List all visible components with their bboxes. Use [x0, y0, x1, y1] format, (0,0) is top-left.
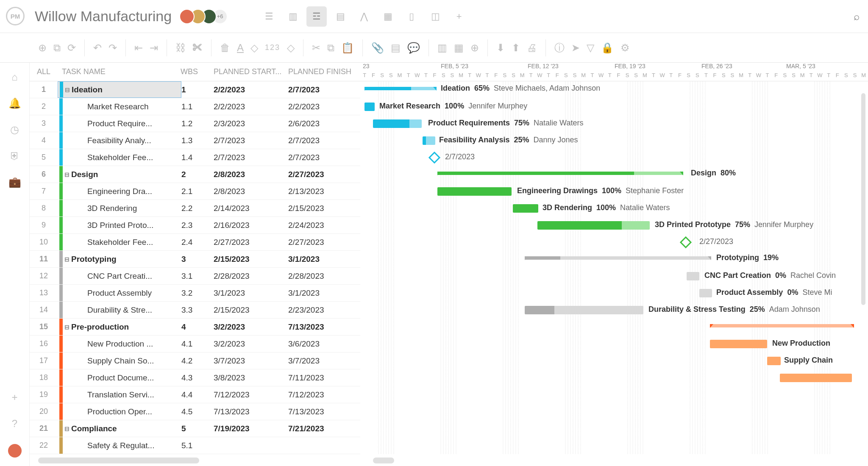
task-row[interactable]: 19 Translation Servi... 4.4 7/12/2023 7/…: [30, 386, 360, 403]
team-icon[interactable]: ⛨: [10, 150, 20, 162]
task-row[interactable]: 1 ⊟Ideation 1 2/2/2023 2/7/2023: [30, 81, 360, 98]
collapse-icon[interactable]: ⊟: [63, 256, 71, 263]
tag-icon[interactable]: ◇: [250, 42, 258, 54]
task-row[interactable]: 20 Production Oper... 4.5 7/13/2023 7/13…: [30, 403, 360, 420]
redo-icon[interactable]: ↷: [108, 42, 117, 54]
columns-icon[interactable]: ▥: [437, 42, 447, 54]
col-all[interactable]: ALL: [30, 67, 58, 76]
print-icon[interactable]: 🖨: [527, 42, 537, 54]
attach-icon[interactable]: 📎: [371, 42, 384, 54]
gantt[interactable]: 23 FEB, 5 '23FEB, 12 '23FEB, 19 '23FEB, …: [360, 63, 868, 466]
text-color-icon[interactable]: A: [237, 42, 244, 54]
wbs: 4.5: [181, 407, 214, 416]
undo-icon[interactable]: ↶: [93, 42, 102, 54]
hscroll2-handle[interactable]: [373, 458, 394, 463]
month-label: FEB, 19 '23: [615, 63, 645, 69]
view-workload-icon[interactable]: ⋀: [354, 6, 374, 27]
paste-icon[interactable]: 📋: [341, 42, 354, 54]
task-row[interactable]: 7 Engineering Dra... 2.1 2/8/2023 2/13/2…: [30, 183, 360, 200]
bell-icon[interactable]: 🔔: [8, 97, 21, 109]
view-gantt-icon[interactable]: ☲: [306, 6, 327, 27]
view-sheet-icon[interactable]: ▤: [330, 6, 351, 27]
delete-icon[interactable]: 🗑: [220, 42, 230, 54]
collapse-icon[interactable]: ⊟: [63, 171, 71, 178]
wbs: 2: [181, 170, 214, 179]
task-row[interactable]: 8 3D Rendering 2.2 2/14/2023 2/15/2023: [30, 200, 360, 217]
col-start[interactable]: PLANNED START...: [214, 67, 288, 76]
col-name[interactable]: TASK NAME: [58, 67, 181, 76]
task-row[interactable]: 2 Market Research 1.1 2/2/2023 2/2/2023: [30, 98, 360, 115]
task-row[interactable]: 13 Product Assembly 3.2 3/1/2023 3/1/202…: [30, 285, 360, 302]
filter-icon[interactable]: ▽: [587, 42, 594, 54]
task-row[interactable]: 11 ⊟Prototyping 3 2/15/2023 3/1/2023: [30, 251, 360, 268]
assign-icon[interactable]: ⧉: [53, 42, 61, 54]
task-row[interactable]: 5 Stakeholder Fee... 1.4 2/7/2023 2/7/20…: [30, 149, 360, 166]
logo[interactable]: PM: [6, 7, 25, 25]
zoom-icon[interactable]: ⊕: [470, 42, 479, 54]
collapse-icon[interactable]: ⊟: [63, 425, 71, 432]
search-icon[interactable]: ⌕: [854, 11, 860, 22]
task-row[interactable]: 15 ⊟Pre-production 4 3/2/2023 7/13/2023: [30, 319, 360, 336]
indent-icon[interactable]: ⇥: [150, 42, 158, 54]
number-format-icon[interactable]: 123: [265, 43, 280, 52]
add-icon[interactable]: +: [11, 391, 17, 403]
help-icon[interactable]: ?: [12, 418, 17, 430]
day-label: F: [614, 72, 623, 81]
outdent-icon[interactable]: ⇤: [134, 42, 143, 54]
comment-icon[interactable]: 💬: [407, 42, 420, 54]
col-wbs[interactable]: WBS: [181, 67, 214, 76]
day-label: S: [684, 72, 693, 81]
task-row[interactable]: 12 CNC Part Creati... 3.1 2/28/2023 2/28…: [30, 268, 360, 285]
user-avatar[interactable]: [8, 444, 22, 458]
view-board-icon[interactable]: ▥: [283, 6, 303, 27]
day-label: M: [579, 72, 588, 81]
lock-icon[interactable]: 🔒: [601, 42, 614, 54]
info-icon[interactable]: ⓘ: [554, 41, 565, 55]
cut-icon[interactable]: ✂: [312, 42, 320, 54]
view-dashboard-icon[interactable]: ◫: [425, 6, 445, 27]
milestone-icon[interactable]: ◇: [287, 42, 295, 54]
collapse-icon[interactable]: ⊟: [63, 86, 72, 93]
view-list-icon[interactable]: ☰: [259, 6, 279, 27]
refresh-icon[interactable]: ⟳: [67, 42, 76, 54]
view-calendar-icon[interactable]: ▦: [378, 6, 398, 27]
avatar-stack[interactable]: +6: [184, 9, 228, 24]
collapse-icon[interactable]: ⊟: [63, 324, 71, 330]
task-name: Market Research: [87, 102, 181, 111]
task-row[interactable]: 14 Durability & Stre... 3.3 2/15/2023 2/…: [30, 302, 360, 319]
link-icon[interactable]: ⛓: [175, 42, 186, 54]
view-add-icon[interactable]: +: [449, 6, 469, 27]
task-row[interactable]: 17 Supply Chain So... 4.2 3/7/2023 3/7/2…: [30, 352, 360, 369]
add-task-icon[interactable]: ⊕: [38, 42, 47, 54]
row-index: 8: [30, 204, 58, 213]
view-doc-icon[interactable]: ▯: [401, 6, 422, 27]
settings-icon[interactable]: ⚙: [620, 42, 630, 54]
home-icon[interactable]: ⌂: [11, 71, 18, 83]
vscroll-handle[interactable]: [861, 93, 865, 305]
task-row[interactable]: 16 New Production ... 4.1 3/2/2023 3/6/2…: [30, 336, 360, 352]
day-label: S: [851, 72, 860, 81]
row-index: 10: [30, 238, 58, 247]
avatar[interactable]: [179, 9, 195, 24]
col-finish[interactable]: PLANNED FINISH: [288, 67, 360, 76]
note-icon[interactable]: ▤: [391, 42, 401, 54]
task-row[interactable]: 21 ⊟Compliance 5 7/19/2023 7/21/2023: [30, 420, 360, 437]
unlink-icon[interactable]: ✀: [192, 42, 203, 54]
task-row[interactable]: 18 Product Docume... 4.3 3/8/2023 7/11/2…: [30, 369, 360, 386]
send-icon[interactable]: ➤: [571, 42, 580, 54]
day-label: T: [807, 72, 815, 81]
grid-icon[interactable]: ▦: [454, 42, 464, 54]
task-row[interactable]: 10 Stakeholder Fee... 2.4 2/27/2023 2/27…: [30, 234, 360, 251]
briefcase-icon[interactable]: 💼: [8, 176, 21, 188]
hscroll-handle[interactable]: [38, 458, 199, 463]
copy-icon[interactable]: ⧉: [327, 42, 334, 54]
export-icon[interactable]: ⬆: [512, 42, 520, 54]
task-row[interactable]: 9 3D Printed Proto... 2.3 2/16/2023 2/24…: [30, 217, 360, 234]
clock-icon[interactable]: ◷: [10, 124, 19, 136]
task-name: Product Require...: [87, 119, 181, 128]
task-row[interactable]: 6 ⊟Design 2 2/8/2023 2/27/2023: [30, 166, 360, 183]
task-row[interactable]: 4 Feasibility Analy... 1.3 2/7/2023 2/7/…: [30, 132, 360, 149]
import-icon[interactable]: ⬇: [496, 42, 505, 54]
task-row[interactable]: 22 Safety & Regulat... 5.1: [30, 437, 360, 454]
task-row[interactable]: 3 Product Require... 1.2 2/3/2023 2/6/20…: [30, 115, 360, 132]
